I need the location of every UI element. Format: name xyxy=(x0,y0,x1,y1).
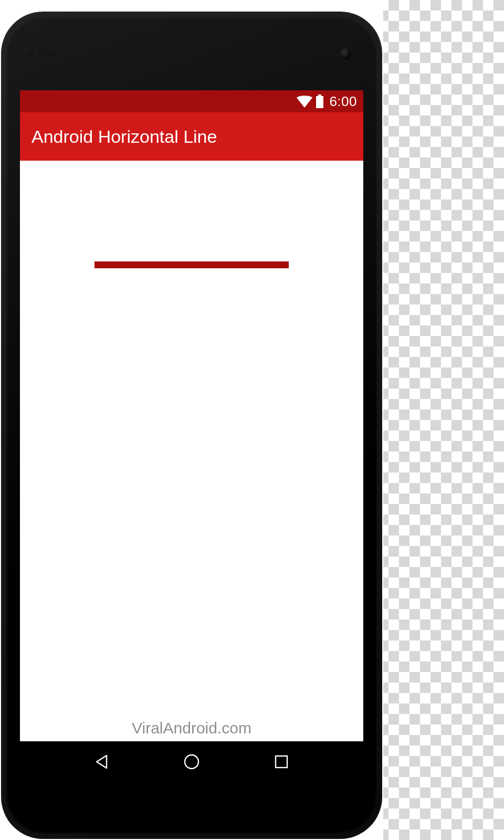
phone-device-frame: 6:00 Android Horizontal Line ViralAndroi… xyxy=(0,0,383,840)
phone-screen: 6:00 Android Horizontal Line ViralAndroi… xyxy=(20,90,363,782)
watermark-text: ViralAndroid.com xyxy=(20,719,363,737)
back-button[interactable] xyxy=(91,751,112,772)
navigation-bar xyxy=(20,741,363,782)
speaker-dot-icon xyxy=(48,51,55,58)
status-bar-time: 6:00 xyxy=(329,93,357,110)
front-camera-icon xyxy=(340,48,352,60)
app-bar: Android Horizontal Line xyxy=(20,112,363,161)
recent-apps-button[interactable] xyxy=(271,751,292,772)
speaker-dot-icon xyxy=(38,51,44,58)
phone-body: 6:00 Android Horizontal Line ViralAndroi… xyxy=(1,12,382,839)
app-bar-title: Android Horizontal Line xyxy=(32,127,217,147)
content-area: ViralAndroid.com xyxy=(20,161,363,741)
svg-rect-0 xyxy=(318,94,321,96)
home-button[interactable] xyxy=(181,751,202,772)
square-recents-icon xyxy=(274,754,289,769)
svg-rect-1 xyxy=(316,96,323,108)
svg-rect-3 xyxy=(276,756,287,768)
triangle-back-icon xyxy=(94,754,110,770)
phone-speaker-slot xyxy=(27,51,61,58)
svg-point-2 xyxy=(185,755,198,769)
circle-home-icon xyxy=(183,753,201,771)
horizontal-line xyxy=(94,261,289,268)
wifi-icon xyxy=(297,95,312,108)
battery-icon xyxy=(316,94,324,108)
status-bar: 6:00 xyxy=(20,90,363,112)
speaker-dot-icon xyxy=(27,51,34,58)
